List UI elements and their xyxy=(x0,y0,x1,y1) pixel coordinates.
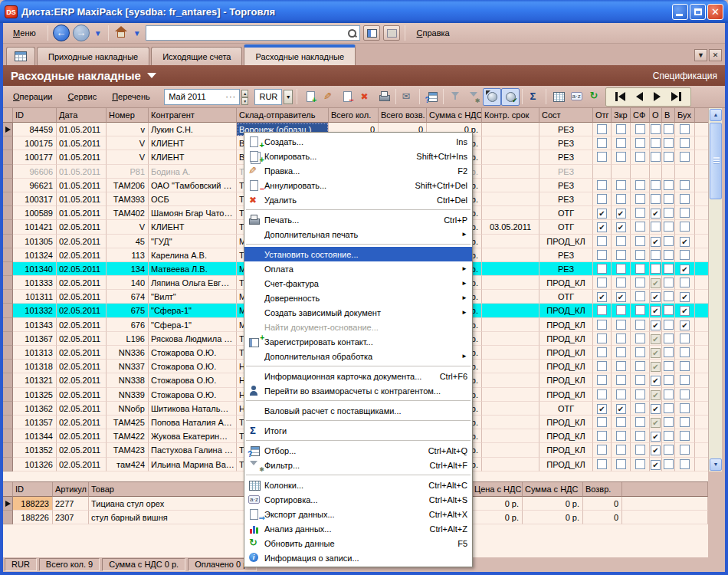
checkbox-unchecked[interactable] xyxy=(616,431,626,441)
next-record-button[interactable] xyxy=(654,92,661,101)
column-header[interactable]: Всего возв. xyxy=(379,108,427,123)
checkbox-unchecked[interactable] xyxy=(635,194,645,204)
column-header[interactable]: Контр. срок xyxy=(482,108,539,123)
checkbox-unchecked[interactable] xyxy=(680,124,690,134)
checkbox-unchecked[interactable] xyxy=(635,264,645,274)
checkbox-unchecked[interactable] xyxy=(597,152,607,162)
checkbox-checked[interactable]: ✔ xyxy=(651,278,661,288)
checkbox-unchecked[interactable] xyxy=(680,445,690,455)
checkbox-unchecked[interactable] xyxy=(651,138,661,148)
checkbox-unchecked[interactable] xyxy=(616,138,626,148)
edit-button[interactable] xyxy=(320,88,338,106)
checkbox-unchecked[interactable] xyxy=(616,236,626,246)
row-marker-header[interactable] xyxy=(3,108,13,123)
select-query-button[interactable] xyxy=(422,88,441,106)
checkbox-unchecked[interactable] xyxy=(635,445,645,455)
checkbox-unchecked[interactable] xyxy=(651,152,661,162)
checkbox-unchecked[interactable] xyxy=(651,124,661,134)
checkbox-unchecked[interactable] xyxy=(680,138,690,148)
column-header[interactable]: Артикул xyxy=(53,482,89,497)
link-on-button[interactable] xyxy=(483,88,501,106)
column-header[interactable]: ID xyxy=(13,108,57,123)
search-input[interactable] xyxy=(149,28,347,38)
checkbox-unchecked[interactable] xyxy=(616,375,626,385)
checkbox-unchecked[interactable] xyxy=(664,320,674,330)
column-header[interactable] xyxy=(695,108,708,123)
checkbox-unchecked[interactable] xyxy=(664,138,674,148)
help-button[interactable]: Справка xyxy=(410,25,457,41)
checkbox-unchecked[interactable] xyxy=(597,389,607,399)
chevron-down-icon[interactable]: ▼ xyxy=(93,29,103,38)
checkbox-checked[interactable]: ✔ xyxy=(651,362,661,372)
tab-outgoing-accounts[interactable]: Исходящие счета xyxy=(151,47,242,65)
checkbox-unchecked[interactable] xyxy=(597,375,607,385)
column-header[interactable]: Возвр. xyxy=(583,482,622,497)
checkbox-unchecked[interactable] xyxy=(597,124,607,134)
tab-outgoing-invoices[interactable]: Расходные накладные xyxy=(244,44,356,65)
checkbox-unchecked[interactable] xyxy=(635,291,645,301)
currency-combo[interactable]: RUR xyxy=(254,89,282,105)
checkbox-unchecked[interactable] xyxy=(635,208,645,218)
checkbox-unchecked[interactable] xyxy=(664,291,674,301)
column-header[interactable]: Зкр xyxy=(612,108,631,123)
column-header[interactable]: Сост xyxy=(539,108,593,123)
spin-up-icon[interactable]: ▲ xyxy=(241,90,248,97)
column-header[interactable]: В xyxy=(662,108,675,123)
checkbox-unchecked[interactable] xyxy=(597,250,607,260)
checkbox-unchecked[interactable] xyxy=(680,417,690,427)
new-doc-button[interactable] xyxy=(301,88,320,106)
checkbox-unchecked[interactable] xyxy=(635,222,645,232)
menu-item[interactable]: Дополнительная печать► xyxy=(244,227,472,242)
checkbox-unchecked[interactable] xyxy=(616,320,626,330)
menu-item[interactable]: Зарегистрировать контакт... xyxy=(244,334,472,349)
menu-item[interactable]: Экспорт данных...Ctrl+Alt+X xyxy=(244,507,472,521)
checkbox-unchecked[interactable] xyxy=(680,180,690,190)
checkbox-checked[interactable]: ✔ xyxy=(597,209,607,219)
checkbox-unchecked[interactable] xyxy=(664,361,674,371)
layout-toggle-button-2[interactable] xyxy=(383,25,400,41)
checkbox-unchecked[interactable] xyxy=(680,250,690,260)
vertical-scrollbar[interactable]: ▲ ▼ xyxy=(708,108,722,472)
checkbox-checked[interactable]: ✔ xyxy=(651,418,661,428)
first-record-button[interactable] xyxy=(615,92,625,101)
checkbox-unchecked[interactable] xyxy=(635,152,645,162)
checkbox-unchecked[interactable] xyxy=(651,250,661,260)
checkbox-unchecked[interactable] xyxy=(664,417,674,427)
checkbox-unchecked[interactable] xyxy=(635,138,645,148)
menu-item[interactable]: УдалитьCtrl+Del xyxy=(244,192,472,207)
menu-button[interactable]: Меню xyxy=(6,25,43,41)
checkbox-unchecked[interactable] xyxy=(664,305,674,315)
checkbox-unchecked[interactable] xyxy=(680,208,690,218)
checkbox-checked[interactable]: ✔ xyxy=(651,209,661,219)
menu-item[interactable]: Печать...Ctrl+P xyxy=(244,212,472,227)
checkbox-unchecked[interactable] xyxy=(664,278,674,288)
column-header[interactable]: Склад-отправитель xyxy=(237,108,329,123)
column-header[interactable]: Бух xyxy=(675,108,695,123)
menu-item[interactable]: Счет-фактура► xyxy=(244,276,472,291)
menu-item[interactable]: Анализ данных...Ctrl+Alt+Z xyxy=(244,521,472,536)
checkbox-unchecked[interactable] xyxy=(664,403,674,413)
checkbox-unchecked[interactable] xyxy=(635,347,645,357)
forward-button[interactable]: → xyxy=(73,25,90,41)
service-menu[interactable]: Сервис xyxy=(61,89,103,104)
menu-item[interactable]: Итоги xyxy=(244,423,472,438)
menu-item[interactable]: Установить состояние... xyxy=(244,247,472,261)
checkbox-unchecked[interactable] xyxy=(616,389,626,399)
checkbox-unchecked[interactable] xyxy=(597,445,607,455)
checkbox-unchecked[interactable] xyxy=(597,459,607,469)
delete-button[interactable] xyxy=(356,88,375,106)
menu-item[interactable]: Копировать...Shift+Ctrl+Ins xyxy=(244,149,472,163)
mail-button[interactable] xyxy=(398,88,417,106)
checkbox-checked[interactable]: ✔ xyxy=(597,292,607,302)
checkbox-unchecked[interactable] xyxy=(635,459,645,469)
checkbox-unchecked[interactable] xyxy=(664,124,674,134)
checkbox-unchecked[interactable] xyxy=(664,208,674,218)
period-spinner[interactable]: ▲▼ xyxy=(241,90,248,104)
checkbox-unchecked[interactable] xyxy=(635,403,645,413)
checkbox-checked[interactable]: ✔ xyxy=(680,306,690,316)
scrollbar-thumb[interactable] xyxy=(710,123,722,199)
specification-link[interactable]: Спецификация xyxy=(653,71,717,81)
checkbox-unchecked[interactable] xyxy=(597,361,607,371)
checkbox-unchecked[interactable] xyxy=(616,459,626,469)
title-dropdown-icon[interactable] xyxy=(147,73,156,78)
